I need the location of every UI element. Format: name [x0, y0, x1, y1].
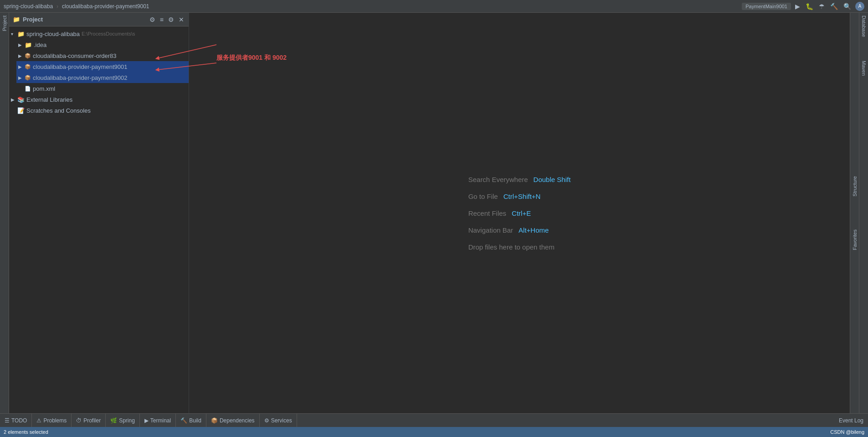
- hint-search-everywhere: Search Everywhere Double Shift: [468, 176, 571, 183]
- sidebar-sync-icon[interactable]: ⚙: [149, 16, 156, 23]
- todo-label: TODO: [11, 417, 27, 424]
- hint-recent-files: Recent Files Ctrl+E: [468, 209, 571, 217]
- hint-goto-label: Go to File: [468, 192, 498, 200]
- hint-drop-files: Drop files here to open them: [468, 243, 571, 251]
- maven-tab[interactable]: Maven: [861, 58, 867, 78]
- structure-strip: Structure Favorites: [850, 13, 859, 413]
- tree-item-scratches[interactable]: 📝 Scratches and Consoles: [9, 105, 189, 116]
- sidebar-collapse-icon[interactable]: ≡: [159, 16, 164, 23]
- profiler-icon: ⏱: [76, 417, 82, 424]
- tree-item-consumer[interactable]: ▶ 📦 cloudalibaba-consumer-order83: [16, 50, 189, 61]
- problems-icon: ⚠: [36, 417, 41, 424]
- build-icon: 🔨: [180, 417, 187, 424]
- coverage-button[interactable]: ☂: [817, 3, 826, 10]
- tree-root[interactable]: ▾ 📁 spring-cloud-alibaba E:\ProcessDocum…: [9, 28, 189, 39]
- tab-profiler[interactable]: ⏱ Profiler: [72, 414, 106, 427]
- root-label: spring-cloud-alibaba: [26, 31, 80, 37]
- payment9001-expand-icon: ▶: [18, 64, 25, 69]
- build-label: Build: [189, 417, 201, 424]
- project-name: spring-cloud-alibaba: [4, 3, 53, 10]
- root-expand-icon: ▾: [11, 31, 17, 36]
- title-separator: ›: [56, 3, 58, 10]
- annotation-text: 服务提供者9001 和 9002: [216, 54, 287, 61]
- database-tab[interactable]: Database: [861, 13, 867, 40]
- hint-goto-file: Go to File Ctrl+Shift+N: [468, 192, 571, 200]
- tab-spring[interactable]: 🌿 Spring: [106, 414, 140, 427]
- status-right: CSDN @bileng: [830, 429, 864, 435]
- idea-expand-icon: ▶: [18, 42, 25, 47]
- pom-label: pom.xml: [33, 85, 55, 92]
- hint-recent-label: Recent Files: [468, 209, 506, 217]
- project-tree: ▾ 📁 spring-cloud-alibaba E:\ProcessDocum…: [9, 26, 189, 413]
- tab-services[interactable]: ⚙ Services: [260, 414, 297, 427]
- tree-item-pom[interactable]: 📄 pom.xml: [16, 83, 189, 94]
- tab-todo[interactable]: ☰ TODO: [0, 414, 32, 427]
- pom-xml-icon: 📄: [25, 86, 31, 92]
- spring-icon: 🌿: [110, 417, 117, 424]
- title-bar: spring-cloud-alibaba › cloudalibaba-prov…: [0, 0, 868, 13]
- root-path: E:\ProcessDocuments\s: [82, 31, 135, 36]
- status-bar: 2 elements selected CSDN @bileng: [0, 427, 868, 437]
- terminal-label: Terminal: [150, 417, 171, 424]
- terminal-icon: ▶: [144, 417, 149, 424]
- tab-dependencies[interactable]: 📦 Dependencies: [206, 414, 260, 427]
- favorites-tab[interactable]: Favorites: [852, 227, 858, 253]
- project-tab-label[interactable]: Project: [2, 13, 7, 34]
- annotation-container: 服务提供者9001 和 9002: [216, 54, 287, 62]
- file-name: cloudalibaba-provider-payment9001: [62, 3, 149, 10]
- content-area: 服务提供者9001 和 9002 Search Everywhere Doubl…: [189, 13, 850, 413]
- extlibs-icon: 📚: [17, 96, 25, 103]
- tab-build[interactable]: 🔨 Build: [176, 414, 206, 427]
- profiler-label: Profiler: [83, 417, 101, 424]
- scratches-icon: 📝: [17, 107, 25, 114]
- consumer-module-icon: 📦: [25, 53, 31, 59]
- event-log-link[interactable]: Event Log: [839, 417, 863, 424]
- tab-terminal[interactable]: ▶ Terminal: [140, 414, 176, 427]
- extlibs-label: External Libraries: [26, 96, 72, 103]
- status-text: 2 elements selected: [4, 429, 48, 435]
- title-bar-right: PaymentMain9001 ▶ 🐛 ☂ 🔨 🔍 A: [742, 2, 864, 11]
- tree-item-extlibs[interactable]: ▶ 📚 External Libraries: [9, 94, 189, 105]
- debug-button[interactable]: 🐛: [804, 3, 815, 10]
- idea-folder-icon: 📁: [25, 42, 32, 48]
- csdn-label: CSDN @bileng: [830, 429, 864, 435]
- search-icon[interactable]: 🔍: [842, 3, 853, 10]
- dependencies-icon: 📦: [211, 417, 218, 424]
- sidebar-settings-icon[interactable]: ⚙: [167, 16, 175, 23]
- title-bar-left: spring-cloud-alibaba › cloudalibaba-prov…: [4, 3, 149, 10]
- tree-item-payment9002[interactable]: ▶ 📦 cloudalibaba-provider-payment9002: [16, 72, 189, 83]
- run-button[interactable]: ▶: [794, 3, 801, 10]
- services-icon: ⚙: [264, 417, 269, 424]
- sidebar-title: Project: [23, 16, 146, 23]
- root-folder-icon: 📁: [17, 31, 25, 37]
- services-label: Services: [271, 417, 292, 424]
- dependencies-label: Dependencies: [220, 417, 255, 424]
- hint-search-label: Search Everywhere: [468, 176, 528, 183]
- avatar-button[interactable]: A: [855, 2, 864, 11]
- structure-tab[interactable]: Structure: [852, 173, 858, 199]
- build-button[interactable]: 🔨: [829, 3, 839, 10]
- sidebar: 📁 Project ⚙ ≡ ⚙ ✕ ▾ 📁 spring-cloud-aliba…: [9, 13, 189, 413]
- tree-item-payment9001[interactable]: ▶ 📦 cloudalibaba-provider-payment9001: [16, 61, 189, 72]
- payment9001-label: cloudalibaba-provider-payment9001: [33, 63, 127, 70]
- right-strip: Database Maven: [859, 13, 868, 413]
- hint-drop-label: Drop files here to open them: [468, 243, 555, 251]
- tree-item-idea[interactable]: ▶ 📁 .idea: [16, 39, 189, 50]
- scratches-label: Scratches and Consoles: [26, 107, 91, 114]
- payment9002-expand-icon: ▶: [18, 75, 25, 80]
- sidebar-close-icon[interactable]: ✕: [178, 16, 185, 23]
- hint-recent-shortcut: Ctrl+E: [512, 209, 531, 217]
- sidebar-folder-icon: 📁: [13, 16, 20, 23]
- left-strip: Project: [0, 13, 9, 413]
- main-area: Project 📁 Project ⚙ ≡ ⚙ ✕ ▾ 📁 spring-clo…: [0, 13, 868, 413]
- run-config-button[interactable]: PaymentMain9001: [742, 3, 791, 10]
- bottom-bar: ☰ TODO ⚠ Problems ⏱ Profiler 🌿 Spring ▶ …: [0, 413, 868, 427]
- hint-nav-shortcut: Alt+Home: [519, 226, 549, 234]
- spring-label: Spring: [119, 417, 135, 424]
- sidebar-header: 📁 Project ⚙ ≡ ⚙ ✕: [9, 13, 189, 26]
- hint-goto-shortcut: Ctrl+Shift+N: [503, 192, 541, 200]
- tab-problems[interactable]: ⚠ Problems: [32, 414, 72, 427]
- hint-container: Search Everywhere Double Shift Go to Fil…: [468, 176, 571, 251]
- hint-nav-label: Navigation Bar: [468, 226, 513, 234]
- problems-label: Problems: [43, 417, 67, 424]
